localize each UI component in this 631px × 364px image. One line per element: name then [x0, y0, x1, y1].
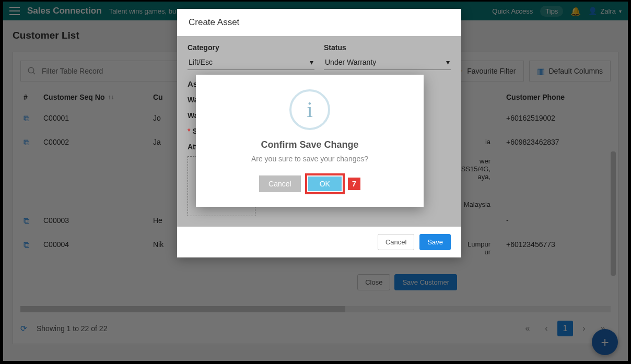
category-label: Category [188, 43, 314, 52]
status-select[interactable]: Under Warranty ▾ [324, 55, 451, 70]
caret-down-icon: ▾ [446, 58, 450, 66]
confirm-cancel-button[interactable]: Cancel [259, 175, 301, 192]
confirm-dialog: i Confirm Save Change Are you sure to sa… [196, 75, 424, 207]
step-badge-7: 7 [348, 178, 360, 190]
confirm-title: Confirm Save Change [206, 139, 413, 150]
asset-save-button[interactable]: Save [419, 234, 451, 250]
confirm-message: Are you sure to save your changes? [206, 155, 413, 163]
modal-title: Create Asset [177, 9, 461, 36]
confirm-ok-button[interactable]: OK [308, 177, 342, 191]
info-icon: i [289, 89, 330, 130]
ok-highlight: OK [305, 173, 345, 194]
status-label: Status [324, 43, 451, 52]
caret-down-icon: ▾ [310, 58, 313, 66]
asset-cancel-button[interactable]: Cancel [378, 234, 414, 250]
category-select[interactable]: Lift/Esc ▾ [188, 55, 314, 70]
